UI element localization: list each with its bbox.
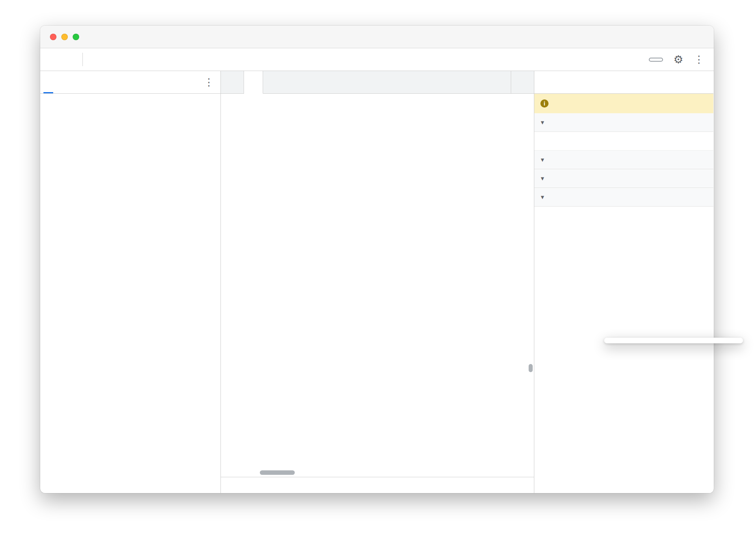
debugger-pane: i ▾ ▾ ▾ ▾	[534, 71, 713, 493]
editor-status-bar	[221, 477, 534, 493]
call-stack-section-header[interactable]: ▾	[534, 188, 713, 207]
device-toolbar-button[interactable]	[60, 48, 79, 71]
info-icon: i	[540, 99, 549, 108]
paused-banner: i	[534, 94, 713, 113]
context-menu	[604, 338, 743, 343]
zoom-window-button[interactable]	[73, 34, 79, 40]
settings-gear-icon[interactable]: ⚙	[674, 53, 683, 66]
debugger-toolbar	[534, 71, 713, 94]
watch-empty-message	[534, 132, 713, 151]
code-editor[interactable]	[221, 94, 534, 477]
navigator-kebab-menu-icon[interactable]: ⋮	[197, 71, 220, 93]
devtools-window: ⚙ ⋮ ⋮	[40, 26, 714, 493]
navigator-tabs: ⋮	[40, 71, 220, 94]
minimize-window-button[interactable]	[61, 34, 68, 40]
toolbar-right: ⚙ ⋮	[649, 48, 714, 71]
titlebar	[40, 26, 714, 48]
horizontal-scrollbar-thumb[interactable]	[260, 470, 295, 475]
chevron-down-icon: ▾	[538, 175, 546, 182]
toggle-debugger-button[interactable]	[511, 71, 534, 93]
more-editor-tabs-button[interactable]	[263, 71, 274, 93]
main-toolbar: ⚙ ⋮	[40, 48, 714, 71]
vertical-scrollbar-thumb[interactable]	[529, 364, 533, 372]
scope-section-header[interactable]: ▾	[534, 169, 713, 188]
inspect-element-button[interactable]	[40, 48, 60, 71]
watch-section-header[interactable]: ▾	[534, 113, 713, 132]
close-window-button[interactable]	[50, 34, 56, 40]
chevron-down-icon: ▾	[538, 193, 546, 201]
traffic-lights	[50, 26, 79, 48]
issues-counter[interactable]	[649, 58, 663, 62]
breakpoints-section-header[interactable]: ▾	[534, 151, 713, 169]
kebab-menu-icon[interactable]: ⋮	[694, 54, 704, 65]
toolbar-divider	[82, 53, 83, 66]
tab-filesystem[interactable]	[56, 71, 73, 93]
chevron-down-icon: ▾	[538, 156, 546, 164]
editor-pane	[221, 71, 534, 493]
chevron-down-icon: ▾	[538, 119, 546, 126]
devtools-content: ⋮	[40, 71, 714, 493]
editor-tab-bar	[221, 71, 534, 94]
more-navigator-tabs-button[interactable]	[73, 71, 84, 93]
navigator-pane: ⋮	[40, 71, 221, 493]
more-panels-button[interactable]	[86, 48, 97, 71]
file-tab-main-js[interactable]	[244, 71, 263, 94]
toggle-navigator-button[interactable]	[221, 71, 244, 93]
file-tree	[40, 94, 220, 96]
tab-page[interactable]	[40, 71, 56, 93]
